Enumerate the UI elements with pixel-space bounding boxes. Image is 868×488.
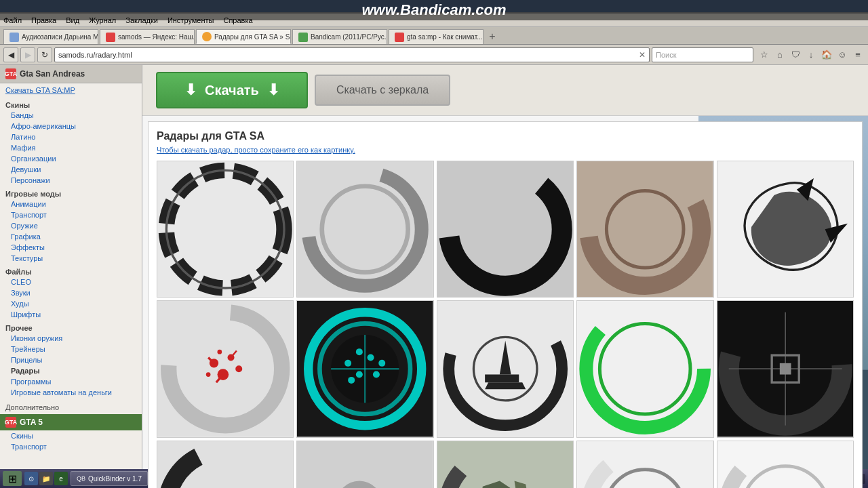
- radar-item-3[interactable]: [437, 161, 574, 298]
- taskbar-quickbinder[interactable]: QB QuickBinder v 1.7: [71, 471, 148, 486]
- svg-point-28: [206, 373, 211, 378]
- radar-item-2[interactable]: [296, 161, 433, 298]
- tab-video-icon: [395, 33, 404, 42]
- radar-item-8[interactable]: [437, 300, 574, 437]
- svg-rect-14: [297, 161, 433, 297]
- download-icon[interactable]: ↓: [804, 48, 818, 62]
- download-mirror-label: Скачать с зеркала: [336, 84, 429, 96]
- ie-tray-icon[interactable]: e: [54, 472, 68, 485]
- svg-rect-58: [779, 363, 791, 375]
- radar-item-6[interactable]: [157, 300, 294, 437]
- toolbar-icons: ☆ ⌂ 🛡 ↓ 🏠 ☺ ≡: [757, 48, 865, 62]
- svg-point-39: [356, 349, 363, 356]
- page-area: ⬇ Скачать ⬇ Скачать с зеркала Радары для…: [142, 65, 868, 488]
- sidebar-section-mods: Игровые моды: [0, 188, 142, 199]
- watermark: www.Bandicam.com: [0, 0, 868, 20]
- radar-grid: 申: [157, 161, 854, 488]
- download-section: ⬇ Скачать ⬇ Скачать с зеркала: [142, 65, 868, 116]
- radar-item-4[interactable]: [576, 161, 713, 298]
- folder-tray-icon[interactable]: 📁: [39, 472, 53, 485]
- svg-point-38: [345, 360, 352, 367]
- sidebar-item-gangs[interactable]: Банды: [0, 110, 142, 121]
- download-mirror-button[interactable]: Скачать с зеркала: [315, 75, 450, 106]
- sidebar-item-persons[interactable]: Персонажи: [0, 175, 142, 186]
- bookmark-star-icon[interactable]: ☆: [757, 48, 771, 62]
- tab-bar: Аудиозаписи Дарьина М... ✕ samods — Янде…: [0, 27, 868, 45]
- radar-item-7[interactable]: [296, 300, 433, 437]
- sidebar-item-weapon-icons[interactable]: Иконки оружия: [0, 333, 142, 344]
- back-button[interactable]: ◀: [3, 47, 18, 62]
- sidebar-item-programs[interactable]: Программы: [0, 376, 142, 387]
- search-bar[interactable]: Поиск: [652, 47, 753, 62]
- menu-icon[interactable]: ≡: [851, 48, 865, 62]
- sidebar-item-girls[interactable]: Девушки: [0, 164, 142, 175]
- tab-audio[interactable]: Аудиозаписи Дарьина М... ✕: [3, 29, 98, 44]
- sidebar-download-samp[interactable]: Скачать GTA SA:MP: [0, 83, 142, 97]
- radar-item-5[interactable]: [717, 161, 854, 298]
- radar-item-13[interactable]: [437, 441, 574, 488]
- sidebar-item-effects[interactable]: Эффекты: [0, 242, 142, 253]
- radar-hint[interactable]: Чтобы скачать радар, просто сохраните ег…: [157, 146, 854, 154]
- refresh-button[interactable]: ↻: [37, 47, 52, 62]
- url-clear-button[interactable]: ✕: [639, 50, 646, 60]
- url-bar[interactable]: samods.ru/radary.html ✕: [54, 47, 650, 62]
- sidebar-gta5-header: GTA GTA 5: [0, 414, 142, 430]
- sidebar-item-textures[interactable]: Текстуры: [0, 253, 142, 264]
- tab-bandicam[interactable]: Bandicam (2011/PC/Рус... ✕: [292, 29, 387, 44]
- sidebar-item-weapons[interactable]: Оружие: [0, 220, 142, 231]
- windows-icon: ⊞: [8, 472, 17, 485]
- sidebar-item-slot-machines[interactable]: Игровые автоматы на деньги: [0, 387, 142, 398]
- sidebar-item-cleo[interactable]: CLEO: [0, 277, 142, 287]
- tab-samods[interactable]: samods — Яндекс: Наш... ✕: [100, 29, 195, 44]
- home-icon[interactable]: ⌂: [773, 48, 787, 62]
- browser-tray-icon[interactable]: ⊙: [24, 472, 38, 485]
- smiley-icon[interactable]: ☺: [835, 48, 849, 62]
- sidebar-item-gta5-transport[interactable]: Транспорт: [0, 441, 142, 452]
- radar-section: Радары для GTA SA Чтобы скачать радар, п…: [148, 121, 863, 488]
- sidebar-item-huds[interactable]: Худы: [0, 298, 142, 309]
- sidebar-item-radars[interactable]: Радары: [0, 365, 142, 376]
- tab-samods-icon: [106, 33, 115, 42]
- start-button[interactable]: ⊞: [3, 471, 22, 486]
- radar-item-9[interactable]: [576, 300, 713, 437]
- download-button-label: Скачать: [205, 83, 259, 98]
- sidebar-item-latino[interactable]: Латино: [0, 131, 142, 142]
- svg-point-41: [356, 371, 363, 378]
- shield-icon[interactable]: 🛡: [789, 48, 802, 62]
- sidebar-item-sounds[interactable]: Звуки: [0, 287, 142, 298]
- sidebar-item-gta5-skins[interactable]: Скины: [0, 430, 142, 441]
- search-placeholder: Поиск: [656, 51, 676, 59]
- radar-item-15[interactable]: [717, 441, 854, 488]
- tab-radar[interactable]: Радары для GTA SA » S... ✕: [196, 29, 291, 44]
- forward-button[interactable]: ▶: [20, 47, 35, 62]
- house2-icon[interactable]: 🏠: [820, 48, 833, 62]
- radar-item-12[interactable]: [296, 441, 433, 488]
- sidebar-header: GTA Gta San Andreas: [0, 65, 142, 83]
- sidebar-item-animations[interactable]: Анимации: [0, 199, 142, 209]
- sidebar-item-trainers[interactable]: Трейнеры: [0, 344, 142, 354]
- sidebar-item-fonts[interactable]: Шрифты: [0, 309, 142, 320]
- sidebar-item-scopes[interactable]: Прицелы: [0, 354, 142, 365]
- sidebar-dopolnitelno[interactable]: Дополнительно: [0, 401, 142, 414]
- radar-item-10[interactable]: [717, 300, 854, 437]
- sidebar-item-african[interactable]: Афро-американцы: [0, 121, 142, 131]
- tab-bandicam-icon: [298, 33, 308, 42]
- sidebar-item-transport[interactable]: Транспорт: [0, 209, 142, 220]
- radar-item-14[interactable]: 申: [576, 441, 713, 488]
- chevron-down-left-icon: ⬇: [184, 81, 197, 99]
- sidebar-item-mafia[interactable]: Мафия: [0, 142, 142, 153]
- tab-video[interactable]: gta sa:mp - Как снимат... ✕: [389, 29, 484, 44]
- svg-rect-11: [157, 161, 293, 297]
- tab-video-label: gta sa:mp - Как снимат...: [407, 33, 482, 41]
- tab-audio-icon: [9, 33, 19, 42]
- sidebar-item-graphics[interactable]: Графика: [0, 231, 142, 242]
- radar-item-1[interactable]: [157, 161, 294, 298]
- content-wrapper: ⬇ Скачать ⬇ Скачать с зеркала Радары для…: [142, 65, 868, 488]
- sidebar-item-organizations[interactable]: Организации: [0, 153, 142, 164]
- gta5-icon: GTA: [5, 417, 16, 428]
- download-button[interactable]: ⬇ Скачать ⬇: [156, 72, 308, 108]
- main-content: GTA Gta San Andreas Скачать GTA SA:MP Ск…: [0, 65, 868, 488]
- tab-add-button[interactable]: +: [485, 29, 500, 44]
- radar-item-11[interactable]: [157, 441, 294, 488]
- svg-point-40: [368, 354, 374, 361]
